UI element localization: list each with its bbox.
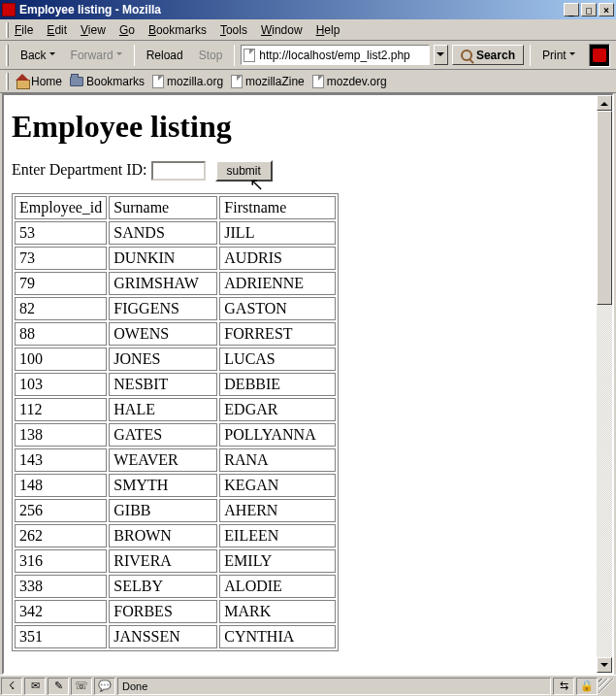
scroll-track[interactable]	[597, 111, 612, 657]
cell-id: 138	[15, 423, 107, 447]
resize-grip[interactable]	[599, 679, 614, 694]
cell-surname: SANDS	[109, 221, 217, 245]
cell-surname: BROWN	[109, 524, 217, 547]
cell-firstname: FORREST	[219, 322, 336, 346]
bookmark-mozilla-org[interactable]: mozilla.org	[152, 75, 223, 88]
table-row: 138GATESPOLLYANNA	[15, 423, 336, 447]
search-icon	[461, 50, 472, 61]
cell-firstname: RANA	[219, 448, 336, 472]
bookmarks-toolbar: Home Bookmarks mozilla.org mozillaZine m…	[0, 70, 616, 93]
home-icon	[16, 76, 28, 87]
status-mail-icon[interactable]: ✉	[24, 678, 46, 695]
col-surname: Surname	[109, 196, 217, 219]
reload-button[interactable]: Reload	[141, 47, 189, 64]
menu-go[interactable]: Go	[119, 23, 135, 37]
submit-button[interactable]: submit	[215, 160, 273, 182]
bookmarks-folder[interactable]: Bookmarks	[70, 75, 145, 88]
search-button[interactable]: Search	[452, 45, 524, 65]
cell-firstname: POLLYANNA	[219, 423, 336, 447]
status-composer-icon[interactable]: ✎	[48, 678, 69, 695]
menu-view[interactable]: View	[81, 23, 106, 37]
cell-id: 103	[15, 373, 107, 396]
cell-id: 143	[15, 448, 107, 472]
status-online-icon[interactable]: ⇆	[553, 678, 574, 695]
cell-firstname: MARK	[219, 600, 336, 623]
cell-firstname: AUDRIS	[219, 247, 336, 270]
status-security-icon[interactable]: 🔒	[576, 678, 598, 695]
statusbar: ☇ ✉ ✎ ☏ 💬 Done ⇆ 🔒	[0, 675, 616, 696]
cell-surname: JANSSEN	[109, 625, 217, 648]
bookmark-mozillazine[interactable]: mozillaZine	[231, 75, 305, 88]
toolbar-handle[interactable]	[6, 73, 9, 90]
status-irc-icon[interactable]: 💬	[94, 678, 115, 695]
cell-id: 88	[15, 322, 107, 346]
close-button[interactable]: ×	[599, 3, 614, 17]
url-bar[interactable]: http://localhost/emp_list2.php	[241, 45, 430, 65]
cell-surname: GATES	[109, 423, 217, 447]
scroll-thumb[interactable]	[597, 111, 612, 305]
cell-firstname: KEGAN	[219, 474, 336, 497]
home-button[interactable]: Home	[16, 75, 62, 88]
page-heading: Employee listing	[12, 109, 589, 145]
cell-firstname: EMILY	[219, 549, 336, 573]
print-button[interactable]: Print	[536, 47, 581, 64]
cell-id: 342	[15, 600, 107, 623]
navigation-toolbar: Back Forward Reload Stop http://localhos…	[0, 41, 616, 70]
col-employee-id: Employee_id	[15, 196, 107, 219]
table-row: 143WEAVERRANA	[15, 448, 336, 472]
forward-button[interactable]: Forward	[65, 47, 128, 64]
table-row: 148SMYTHKEGAN	[15, 474, 336, 497]
vertical-scrollbar[interactable]	[597, 95, 612, 673]
menu-edit[interactable]: Edit	[47, 23, 67, 37]
cell-firstname: LUCAS	[219, 348, 336, 371]
table-row: 256GIBBAHERN	[15, 499, 336, 522]
cell-surname: GRIMSHAW	[109, 272, 217, 295]
menu-help[interactable]: Help	[316, 23, 340, 37]
url-dropdown-button[interactable]	[434, 45, 448, 65]
cell-surname: GIBB	[109, 499, 217, 522]
window-title: Employee listing - Mozilla	[19, 3, 562, 17]
toolbar-separator	[530, 45, 531, 66]
status-navigator-icon[interactable]: ☇	[1, 678, 22, 695]
menu-bookmarks[interactable]: Bookmarks	[148, 23, 207, 37]
table-row: 79GRIMSHAWADRIENNE	[15, 272, 336, 295]
cell-surname: SELBY	[109, 575, 217, 598]
table-row: 73DUNKINAUDRIS	[15, 247, 336, 270]
table-row: 82FIGGENSGASTON	[15, 297, 336, 320]
cell-surname: FIGGENS	[109, 297, 217, 320]
minimize-button[interactable]: _	[564, 3, 579, 17]
back-button[interactable]: Back	[15, 47, 61, 64]
bookmark-mozdev-org[interactable]: mozdev.org	[312, 75, 387, 88]
cell-surname: JONES	[109, 348, 217, 371]
scroll-up-button[interactable]	[597, 95, 612, 111]
cell-firstname: EDGAR	[219, 398, 336, 421]
menubar: File Edit View Go Bookmarks Tools Window…	[0, 19, 616, 41]
table-row: 103NESBITDEBBIE	[15, 373, 336, 396]
toolbar-handle[interactable]	[6, 45, 9, 66]
page-body: Employee listing Enter Department ID: su…	[4, 95, 597, 673]
department-id-input[interactable]	[151, 161, 206, 181]
window-titlebar: Employee listing - Mozilla _ □ ×	[0, 0, 616, 19]
menu-tools[interactable]: Tools	[220, 23, 247, 37]
maximize-button[interactable]: □	[581, 3, 597, 17]
cell-surname: SMYTH	[109, 474, 217, 497]
cell-firstname: JILL	[219, 221, 336, 245]
cell-id: 262	[15, 524, 107, 547]
cell-surname: WEAVER	[109, 448, 217, 472]
employee-table: Employee_id Surname Firstname 53SANDSJIL…	[12, 193, 339, 651]
cell-firstname: DEBBIE	[219, 373, 336, 396]
table-row: 351JANSSENCYNTHIA	[15, 625, 336, 648]
department-label: Enter Department ID:	[12, 161, 147, 178]
status-addressbook-icon[interactable]: ☏	[71, 678, 92, 695]
throbber-icon	[589, 44, 610, 67]
cell-id: 73	[15, 247, 107, 270]
cell-id: 256	[15, 499, 107, 522]
menu-window[interactable]: Window	[261, 23, 303, 37]
folder-icon	[70, 77, 83, 86]
cell-surname: FORBES	[109, 600, 217, 623]
scroll-down-button[interactable]	[597, 657, 612, 673]
stop-button[interactable]: Stop	[193, 47, 229, 64]
toolbar-handle[interactable]	[6, 22, 9, 38]
menu-file[interactable]: File	[15, 23, 33, 37]
table-row: 342FORBESMARK	[15, 600, 336, 623]
